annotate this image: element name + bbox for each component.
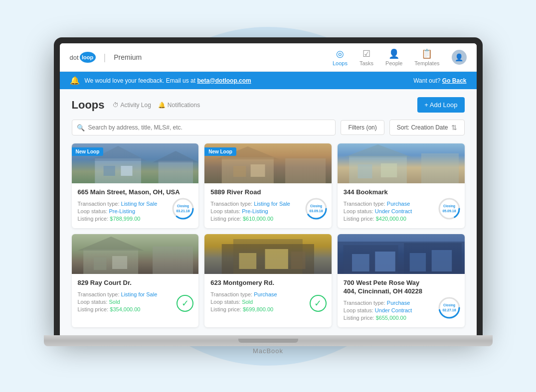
card-title-4: 829 Ray Court Dr. [78, 279, 193, 287]
svg-rect-14 [285, 158, 326, 183]
laptop-screen-inner: dot loop | Premium ◎ Loops ☑ Tasks [60, 43, 477, 335]
feedback-message: We would love your feedback. Email us at… [85, 77, 251, 84]
closing-badge-2: Closing 03.09.18 [305, 197, 328, 222]
page-title: Loops [72, 99, 105, 112]
card-image-4 [72, 234, 199, 274]
svg-rect-2 [103, 166, 115, 176]
card-title-1: 665 Main Street, Mason, OH, USA [78, 188, 193, 197]
loop-card-3[interactable]: 344 Bookmark Transaction type: Purchase … [338, 143, 465, 228]
laptop-notch [238, 339, 298, 343]
app-header: dot loop | Premium ◎ Loops ☑ Tasks [60, 43, 477, 72]
svg-rect-13 [251, 164, 265, 177]
svg-text:05.09.18: 05.09.18 [442, 209, 456, 213]
logo-dot: dot loop [70, 52, 96, 63]
svg-marker-29 [77, 237, 144, 251]
svg-text:03.09.18: 03.09.18 [309, 209, 323, 213]
nav-people[interactable]: 👤 People [385, 48, 402, 66]
bell-icon: 🔔 [70, 76, 80, 85]
card-title-3: 344 Bookmark [344, 188, 459, 197]
feedback-left: 🔔 We would love your feedback. Email us … [70, 76, 251, 85]
loops-grid: New Loop 665 Main Street, Ma [72, 143, 465, 327]
feedback-email[interactable]: beta@dotloop.com [197, 77, 251, 84]
svg-rect-32 [153, 247, 193, 274]
card-image-3 [338, 143, 465, 183]
logo-dot-text: dot [70, 54, 79, 61]
main-content: Loops ⏱ Activity Log 🔔 Notifications [60, 89, 477, 335]
nav-templates[interactable]: 📋 Templates [414, 48, 439, 66]
loops-title-area: Loops ⏱ Activity Log 🔔 Notifications [72, 99, 200, 112]
svg-text:03.21.18: 03.21.18 [177, 209, 190, 213]
notifications-link[interactable]: 🔔 Notifications [158, 102, 200, 109]
tasks-icon: ☑ [362, 48, 370, 59]
nav-templates-label: Templates [414, 60, 439, 66]
loops-header: Loops ⏱ Activity Log 🔔 Notifications [72, 97, 465, 113]
add-loop-button[interactable]: + Add Loop [417, 97, 464, 113]
filters-button[interactable]: Filters (on) [341, 120, 384, 135]
search-icon: 🔍 [77, 124, 85, 131]
card-body-3: 344 Bookmark Transaction type: Purchase … [338, 183, 465, 228]
card-body-5: 623 Montgomery Rd. Transaction type: Pur… [204, 274, 332, 319]
svg-rect-23 [421, 153, 459, 183]
search-box: 🔍 [72, 120, 336, 135]
card-transaction-5: Transaction type: Purchase [210, 291, 326, 297]
closing-badge-1: Closing 03.21.18 [172, 197, 194, 222]
nav-tasks-label: Tasks [359, 60, 373, 66]
nav-loops[interactable]: ◎ Loops [333, 48, 348, 66]
svg-text:02.27.18: 02.27.18 [442, 308, 456, 312]
search-input[interactable] [72, 120, 336, 135]
svg-rect-3 [121, 166, 132, 176]
logo-area: dot loop | Premium [70, 52, 142, 63]
svg-rect-21 [357, 164, 372, 178]
loop-card-5[interactable]: 623 Montgomery Rd. Transaction type: Pur… [204, 234, 332, 327]
activity-log-link[interactable]: ⏱ Activity Log [113, 102, 151, 109]
loop-card-6[interactable]: 700 West Pete Rose Way 404, Cincinnati, … [338, 234, 465, 327]
card-price-4: Listing price: $354,000.00 [78, 306, 193, 312]
card-image-6 [338, 234, 465, 274]
sort-button[interactable]: Sort: Creation Date ⇅ [389, 120, 465, 135]
loops-icon: ◎ [336, 48, 344, 59]
check-badge-4: ✓ [177, 295, 193, 312]
user-avatar[interactable]: 👤 [452, 50, 467, 65]
nav-items: ◎ Loops ☑ Tasks 👤 People 📋 Templates [333, 48, 467, 66]
people-icon: 👤 [388, 48, 399, 59]
loops-header-actions: ⏱ Activity Log 🔔 Notifications [113, 102, 200, 109]
activity-log-icon: ⏱ [113, 102, 119, 109]
svg-rect-12 [233, 166, 246, 177]
svg-rect-28 [83, 249, 138, 274]
laptop-screen-outer: dot loop | Premium ◎ Loops ☑ Tasks [54, 37, 483, 335]
card-image-2: New Loop [204, 143, 332, 183]
check-badge-5: ✓ [310, 295, 327, 312]
card-image-5 [204, 234, 332, 274]
go-back-link[interactable]: Go Back [442, 77, 467, 84]
sort-icon: ⇅ [451, 124, 457, 131]
svg-rect-41 [352, 254, 369, 271]
laptop-base [44, 335, 493, 346]
svg-rect-30 [93, 258, 106, 270]
new-loop-badge-1: New Loop [72, 147, 104, 156]
svg-text:Closing: Closing [443, 303, 455, 307]
feedback-banner: 🔔 We would love your feedback. Email us … [60, 72, 477, 89]
loop-card-2[interactable]: New Loop 5889 River Road [204, 143, 332, 228]
card-body-1: 665 Main Street, Mason, OH, USA Transact… [72, 183, 199, 228]
svg-rect-35 [239, 253, 257, 269]
svg-rect-22 [381, 163, 397, 177]
card-transaction-4: Transaction type: Listing for Sale [78, 291, 193, 297]
laptop-wrapper: dot loop | Premium ◎ Loops ☑ Tasks [44, 37, 493, 355]
nav-loops-label: Loops [333, 60, 348, 66]
svg-rect-10 [222, 157, 274, 183]
svg-text:Closing: Closing [177, 204, 189, 208]
svg-rect-36 [265, 249, 288, 269]
search-filter-row: 🔍 Filters (on) Sort: Creation Date ⇅ [72, 120, 465, 135]
logo-divider: | [104, 52, 106, 63]
nav-tasks[interactable]: ☑ Tasks [359, 48, 373, 66]
card-title-6: 700 West Pete Rose Way 404, Cincinnati, … [344, 279, 459, 296]
logo-loop: loop [80, 52, 96, 63]
card-status-5: Loop status: Sold [210, 299, 326, 305]
svg-rect-31 [112, 256, 127, 269]
svg-rect-37 [291, 252, 306, 269]
loop-card-4[interactable]: 829 Ray Court Dr. Transaction type: List… [72, 234, 199, 327]
card-status-4: Loop status: Sold [78, 299, 193, 305]
svg-rect-42 [375, 252, 395, 271]
loop-card-1[interactable]: New Loop 665 Main Street, Ma [72, 143, 199, 228]
svg-text:Closing: Closing [443, 204, 455, 208]
